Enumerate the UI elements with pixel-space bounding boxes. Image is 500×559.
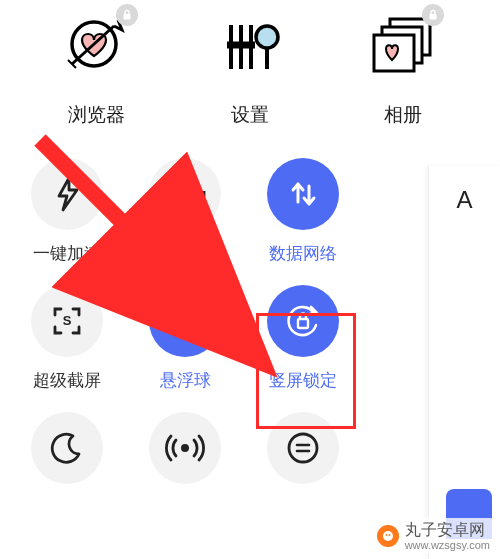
app-label: 浏览器 — [68, 102, 125, 128]
app-browser[interactable]: 浏览器 — [43, 10, 151, 128]
quick-settings-grid: 一键加速 振动模式 数据网络 S 超级截屏 悬浮球 — [0, 138, 500, 496]
toggle-hotspot[interactable] — [126, 412, 244, 496]
watermark-url: www.wzsgsy.com — [405, 539, 490, 551]
moon-icon — [31, 412, 103, 484]
mobile-data-icon — [267, 158, 339, 230]
toggle-boost[interactable]: 一键加速 — [8, 158, 126, 265]
svg-point-23 — [289, 434, 317, 462]
toggle-label: 悬浮球 — [160, 369, 211, 392]
toggle-label: 数据网络 — [269, 242, 337, 265]
svg-point-7 — [256, 26, 278, 48]
toggle-float-ball[interactable]: 悬浮球 — [126, 285, 244, 392]
toggle-menu[interactable] — [244, 412, 362, 496]
app-row: 浏览器 设置 相册 — [0, 0, 500, 138]
float-ball-icon — [149, 285, 221, 357]
rotation-lock-icon — [267, 285, 339, 357]
app-settings[interactable]: 设置 — [196, 10, 304, 128]
svg-point-27 — [383, 531, 393, 541]
svg-point-29 — [388, 534, 390, 536]
svg-rect-21 — [298, 319, 308, 328]
toggle-label: 超级截屏 — [33, 369, 101, 392]
watermark: 丸子安卓网 www.wzsgsy.com — [373, 518, 494, 553]
letter-a-icon[interactable]: A — [429, 186, 500, 214]
svg-text:S: S — [63, 313, 72, 328]
gallery-heart-icon — [368, 10, 438, 80]
svg-point-20 — [179, 315, 191, 327]
lock-badge-icon — [422, 4, 444, 26]
toggle-label: 一键加速 — [33, 242, 101, 265]
toggle-vibrate[interactable]: 振动模式 — [126, 158, 244, 265]
menu-circle-icon — [267, 412, 339, 484]
svg-rect-2 — [123, 14, 130, 20]
svg-point-19 — [171, 307, 199, 335]
toggle-night-mode[interactable] — [8, 412, 126, 496]
hotspot-icon — [149, 412, 221, 484]
settings-fork-icon — [215, 10, 285, 80]
watermark-icon — [377, 525, 399, 547]
screenshot-icon: S — [31, 285, 103, 357]
svg-rect-13 — [179, 183, 191, 205]
font-size-panel: A — [428, 166, 500, 559]
app-label: 设置 — [231, 102, 269, 128]
vibrate-icon — [149, 158, 221, 230]
lock-badge-icon — [116, 4, 138, 26]
toggle-rotation-lock[interactable]: 竖屏锁定 — [244, 285, 362, 392]
toggle-screenshot[interactable]: S 超级截屏 — [8, 285, 126, 392]
toggle-label: 振动模式 — [151, 242, 219, 265]
svg-point-22 — [181, 444, 189, 452]
svg-line-1 — [72, 26, 114, 64]
toggle-label: 竖屏锁定 — [269, 369, 337, 392]
heart-compass-icon — [62, 10, 132, 80]
watermark-title: 丸子安卓网 — [405, 520, 490, 541]
app-label: 相册 — [384, 102, 422, 128]
app-gallery[interactable]: 相册 — [349, 10, 457, 128]
toggle-mobile-data[interactable]: 数据网络 — [244, 158, 362, 265]
svg-rect-12 — [430, 14, 437, 20]
boost-icon — [31, 158, 103, 230]
svg-point-28 — [385, 534, 387, 536]
